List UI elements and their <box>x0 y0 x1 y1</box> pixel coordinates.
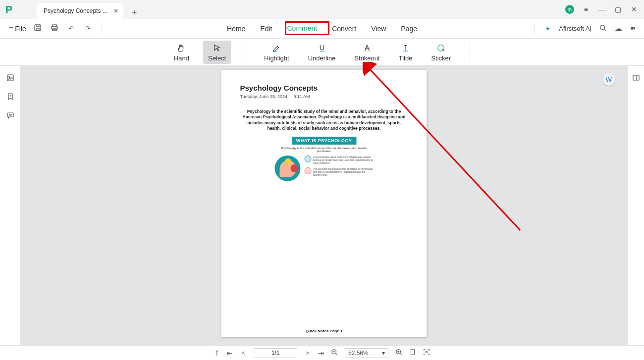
titlebar: P Psychology Concepts ... ✕ ＋ m ≡ — ▢ ✕ <box>0 0 644 19</box>
bottom-nav: ⤒ ⇤ ＜ ＞ ⇥ 52.56% ▾ <box>0 345 644 360</box>
left-sidebar <box>0 66 21 345</box>
hamburger-icon[interactable]: ≡ <box>584 5 588 13</box>
ribbon-highlight-label: Highlight <box>264 54 289 62</box>
menu-tab-page[interactable]: Page <box>400 23 418 35</box>
maximize-icon[interactable]: ▢ <box>615 5 621 13</box>
avatar-icon <box>304 167 311 174</box>
redo-icon[interactable]: ↷ <box>83 25 94 32</box>
more-icon[interactable]: ≋ <box>630 25 635 32</box>
close-tab-icon[interactable]: ✕ <box>113 7 118 14</box>
ribbon-select[interactable]: Select <box>203 41 231 64</box>
document-canvas[interactable]: Psychology Concepts Tuesday, June 25, 20… <box>21 66 627 345</box>
main-toolbar: ≡ File ↶ ↷ Home Edit Comment Convert Vie… <box>0 19 644 39</box>
cloud-icon[interactable]: ☁ <box>614 24 622 33</box>
svg-rect-9 <box>7 113 13 117</box>
right-sidebar <box>627 66 644 345</box>
menu-tabs: Home Edit Comment Convert View Page <box>226 19 418 38</box>
divider <box>102 23 102 34</box>
svg-rect-1 <box>36 28 39 30</box>
zoom-in-icon[interactable] <box>395 349 402 357</box>
ribbon-hand-label: Hand <box>174 54 189 62</box>
ribbon-tilde[interactable]: Tilde <box>394 41 418 64</box>
fit-page-icon[interactable] <box>409 349 416 357</box>
chevron-down-icon: ▾ <box>382 350 385 357</box>
svg-point-5 <box>600 25 605 30</box>
infographic: WHAT IS PSYCHOLOGY Psychology is the sci… <box>274 137 374 181</box>
ribbon-sticker-label: Sticker <box>431 54 451 62</box>
next-page-icon[interactable]: ＞ <box>304 349 311 358</box>
ribbon-underline-label: Underline <box>308 54 336 62</box>
bookmark-add-icon[interactable] <box>6 93 14 103</box>
infographic-banner: WHAT IS PSYCHOLOGY <box>292 137 356 145</box>
zoom-value: 52.56% <box>348 350 369 357</box>
scroll-top-icon[interactable]: ⤒ <box>214 349 220 357</box>
info-text-1: A psychologist seeks to discover what ma… <box>313 155 374 164</box>
page-indicator-input[interactable] <box>254 348 297 358</box>
user-avatar[interactable]: m <box>565 5 574 14</box>
toolbar-right: ✦ Afirstsoft AI ☁ ≋ <box>533 23 644 34</box>
undo-icon[interactable]: ↶ <box>66 25 77 32</box>
infographic-subtitle: Psychology is the scientific study of hu… <box>274 147 374 153</box>
ribbon-hand[interactable]: Hand <box>169 41 194 64</box>
info-text-2: You will learn the fundamental principle… <box>313 167 374 176</box>
search-icon[interactable] <box>599 24 606 33</box>
svg-rect-10 <box>633 75 639 80</box>
workspace: Psychology Concepts Tuesday, June 25, 20… <box>0 66 644 345</box>
thumbnails-icon[interactable] <box>6 74 14 84</box>
prev-page-icon[interactable]: ＜ <box>240 349 247 358</box>
list-icon: ≡ <box>9 25 13 33</box>
menu-tab-convert[interactable]: Convert <box>331 23 357 35</box>
underline-icon <box>318 43 326 53</box>
ai-button[interactable]: Afirstsoft AI <box>559 25 591 32</box>
doc-time: 9:11 AM <box>294 94 310 99</box>
ribbon-tilde-label: Tilde <box>399 54 413 62</box>
menu-tab-edit[interactable]: Edit <box>259 23 273 35</box>
avatar-icon <box>304 155 311 162</box>
comments-panel-icon[interactable] <box>6 111 14 121</box>
ribbon-strikeout-label: Strikeout <box>354 54 379 62</box>
svg-rect-0 <box>35 25 41 31</box>
comment-ribbon: Hand Select Highlight Underline Strikeo <box>0 39 644 66</box>
menu-tab-view[interactable]: View <box>370 23 387 35</box>
save-icon[interactable] <box>32 24 43 33</box>
ribbon-sticker[interactable]: Sticker <box>426 41 456 64</box>
doc-meta: Tuesday, June 25, 2024 9:11 AM <box>240 94 408 99</box>
document-tab[interactable]: Psychology Concepts ... ✕ <box>37 3 123 19</box>
first-page-icon[interactable]: ⇤ <box>227 349 233 357</box>
menu-tab-home[interactable]: Home <box>226 23 246 35</box>
ribbon-strikeout[interactable]: Strikeout <box>349 41 384 64</box>
file-quick-actions: ≡ File ↶ ↷ <box>0 23 104 34</box>
document-page: Psychology Concepts Tuesday, June 25, 20… <box>221 70 427 337</box>
panel-toggle-icon[interactable] <box>632 74 640 83</box>
page-footer: Quick Notes Page 1 <box>221 329 427 333</box>
svg-point-15 <box>426 351 428 353</box>
strikeout-icon <box>363 43 372 53</box>
last-page-icon[interactable]: ⇥ <box>318 349 324 357</box>
file-menu-button[interactable]: ≡ File <box>9 25 26 33</box>
menu-tab-comment[interactable]: Comment <box>286 22 318 35</box>
ribbon-underline[interactable]: Underline <box>303 41 341 64</box>
ai-sparkle-icon: ✦ <box>545 25 551 33</box>
close-window-icon[interactable]: ✕ <box>631 5 637 13</box>
file-label: File <box>15 25 26 33</box>
ribbon-highlight[interactable]: Highlight <box>259 41 294 64</box>
smile-emoji-icon <box>284 158 291 165</box>
hand-icon <box>177 43 186 53</box>
divider <box>535 23 535 34</box>
print-icon[interactable] <box>49 24 60 33</box>
doc-date: Tuesday, June 25, 2024 <box>240 94 288 99</box>
zoom-select[interactable]: 52.56% ▾ <box>345 348 388 358</box>
highlight-icon <box>272 43 281 53</box>
doc-body: Psychology is the scientific study of th… <box>240 109 408 132</box>
minimize-icon[interactable]: — <box>598 5 605 13</box>
zoom-out-icon[interactable] <box>331 349 338 357</box>
app-logo: P <box>0 1 18 19</box>
ribbon-select-label: Select <box>208 54 226 62</box>
convert-word-badge[interactable]: W <box>602 73 615 86</box>
svg-rect-14 <box>411 350 415 355</box>
fit-screen-icon[interactable] <box>423 349 430 357</box>
svg-rect-4 <box>53 29 56 31</box>
tab-title: Psychology Concepts ... <box>44 7 107 14</box>
new-tab-button[interactable]: ＋ <box>127 5 141 19</box>
doc-title: Psychology Concepts <box>240 84 408 92</box>
